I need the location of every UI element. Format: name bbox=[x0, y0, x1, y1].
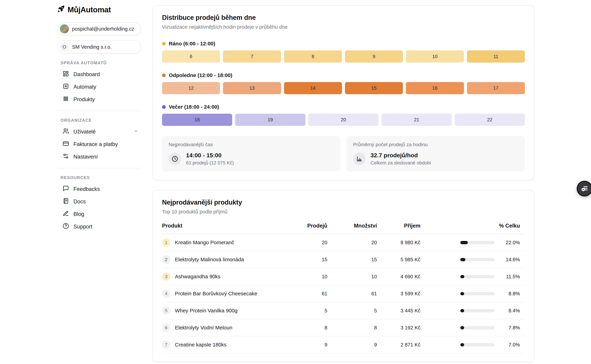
sidebar-divider bbox=[57, 168, 141, 168]
vending-machine-icon bbox=[63, 83, 69, 91]
sales-value: 61 bbox=[275, 291, 327, 297]
sidebar-item-dashboard[interactable]: Dashboard bbox=[57, 68, 141, 81]
sidebar-item-nastaveni[interactable]: Nastavení bbox=[57, 150, 141, 163]
hour-block-13[interactable]: 13 bbox=[223, 82, 281, 94]
hour-group: Odpoledne (12:00 - 18:00)121314151617 bbox=[162, 72, 525, 94]
sidebar-divider bbox=[57, 110, 141, 111]
sidebar-item-label: Docs bbox=[74, 199, 86, 205]
hour-block-7[interactable]: 7 bbox=[223, 50, 281, 63]
product-name: Ashwagandha 90ks bbox=[175, 274, 221, 280]
hour-block-15[interactable]: 15 bbox=[345, 82, 403, 94]
hour-block-6[interactable]: 6 bbox=[162, 50, 220, 63]
share-bar bbox=[460, 343, 495, 346]
help-circle-icon bbox=[63, 223, 69, 230]
quantity-value: 15 bbox=[327, 257, 377, 262]
sidebar-item-fakturace[interactable]: Fakturace a platby bbox=[57, 138, 141, 150]
top-products-title: Nejprodávanější produkty bbox=[162, 199, 525, 206]
top-products-subtitle: Top 10 produktů podle příjmů bbox=[162, 209, 525, 215]
revenue-value: 5 985 Kč bbox=[377, 257, 420, 262]
share-bar bbox=[460, 309, 495, 312]
table-row[interactable]: 2Elektrolyty Malinová limonáda15155 985 … bbox=[162, 251, 525, 268]
hour-block-22[interactable]: 22 bbox=[455, 114, 525, 126]
table-row[interactable]: 1Kreatin Mango Pomeranč20208 980 Kč22.0% bbox=[162, 234, 525, 251]
hour-block-9[interactable]: 9 bbox=[345, 50, 403, 63]
hour-block-8[interactable]: 8 bbox=[284, 50, 342, 63]
hour-block-11[interactable]: 11 bbox=[467, 50, 525, 63]
floating-widget-button[interactable] bbox=[577, 181, 591, 196]
share-bar bbox=[460, 241, 495, 244]
sidebar-item-automaty[interactable]: Automaty bbox=[57, 81, 141, 93]
product-name: Kreatin Mango Pomeranč bbox=[175, 240, 234, 246]
sales-value: 15 bbox=[275, 257, 327, 262]
products-table: Produkt Prodejů Množství Příjem % Celku … bbox=[162, 223, 525, 353]
sidebar-item-label: Feedbacks bbox=[74, 186, 100, 192]
stat-sub: 61 prodejů (12 075 Kč) bbox=[186, 160, 234, 166]
table-row[interactable]: 5Whey Protein Vanilka 900g553 445 Kč8.4% bbox=[162, 302, 525, 319]
hour-blocks-row: 1819202122 bbox=[162, 114, 525, 126]
sidebar-section-organization: ORGANIZACE bbox=[57, 118, 141, 123]
rank-badge: 2 bbox=[162, 255, 170, 264]
share-value: 8.8% bbox=[501, 291, 520, 297]
hour-block-21[interactable]: 21 bbox=[382, 114, 452, 126]
product-name: Whey Protein Vanilka 900g bbox=[175, 308, 238, 314]
sales-value: 8 bbox=[275, 325, 327, 331]
avatar bbox=[60, 24, 69, 33]
sidebar-item-uzivatele[interactable]: Uživatelé bbox=[57, 125, 141, 138]
share-bar bbox=[460, 275, 495, 278]
hour-block-18[interactable]: 18 bbox=[162, 114, 232, 126]
pen-icon bbox=[63, 210, 69, 218]
sidebar-section-resources: RESOURCES bbox=[57, 175, 141, 180]
hour-block-14[interactable]: 14 bbox=[284, 82, 342, 94]
stat-label: Nejprodávanější čas bbox=[169, 142, 334, 147]
top-products-card: Nejprodávanější produkty Top 10 produktů… bbox=[153, 190, 534, 362]
rank-badge: 7 bbox=[162, 341, 170, 349]
table-body: 1Kreatin Mango Pomeranč20208 980 Kč22.0%… bbox=[162, 234, 525, 353]
hour-block-19[interactable]: 19 bbox=[235, 114, 305, 126]
rank-badge: 3 bbox=[162, 272, 170, 281]
chevron-down-icon bbox=[133, 129, 139, 135]
hour-block-10[interactable]: 10 bbox=[406, 50, 464, 63]
quantity-value: 8 bbox=[327, 325, 377, 331]
organization-name: SM Vending s.r.o. bbox=[72, 44, 112, 50]
rank-badge: 6 bbox=[162, 324, 170, 332]
hour-blocks-row: 121314151617 bbox=[162, 82, 525, 94]
settings-icon bbox=[63, 153, 69, 161]
quantity-value: 5 bbox=[327, 308, 377, 314]
hour-block-20[interactable]: 20 bbox=[308, 114, 378, 126]
column-header-mnozstvi: Množství bbox=[327, 223, 377, 229]
revenue-value: 4 690 Kč bbox=[377, 274, 420, 280]
share-bar bbox=[460, 326, 495, 329]
revenue-value: 2 871 Kč bbox=[377, 342, 420, 348]
share-bar bbox=[460, 292, 495, 295]
rocket-icon bbox=[57, 5, 65, 14]
sidebar-item-feedbacks[interactable]: Feedbacks bbox=[57, 183, 141, 195]
sidebar-item-label: Blog bbox=[74, 211, 84, 217]
quantity-value: 61 bbox=[327, 291, 377, 297]
clock-icon bbox=[169, 153, 181, 165]
revenue-value: 3 599 Kč bbox=[377, 291, 420, 297]
table-header: Produkt Prodejů Množství Příjem % Celku bbox=[162, 223, 525, 234]
hour-group: Ráno (6:00 - 12:00)67891011 bbox=[162, 41, 525, 63]
hour-group: Večer (18:00 - 24:00)1819202122 bbox=[162, 104, 525, 126]
sidebar-item-label: Nastavení bbox=[74, 154, 98, 160]
table-row[interactable]: 7Creatine kapsle 180ks992 871 Kč7.0% bbox=[162, 336, 525, 353]
sidebar-item-label: Uživatelé bbox=[74, 129, 96, 135]
sidebar-item-produkty[interactable]: Produkty bbox=[57, 93, 141, 106]
sidebar-item-docs[interactable]: Docs bbox=[57, 195, 141, 208]
column-header-prijem: Příjem bbox=[377, 223, 420, 229]
organization-switcher[interactable]: O SM Vending s.r.o. bbox=[57, 40, 141, 53]
table-row[interactable]: 6Elektrolyty Vodní Meloun883 192 Kč7.8% bbox=[162, 319, 525, 336]
hour-block-17[interactable]: 17 bbox=[467, 82, 525, 94]
hour-block-16[interactable]: 16 bbox=[406, 82, 464, 94]
sidebar-item-blog[interactable]: Blog bbox=[57, 208, 141, 221]
hour-block-12[interactable]: 12 bbox=[162, 82, 220, 94]
table-row[interactable]: 3Ashwagandha 90ks10104 690 Kč11.5% bbox=[162, 268, 525, 285]
account-switcher[interactable]: pospichal@underholding.cz bbox=[57, 22, 141, 35]
stat-label: Průměrný počet prodejů za hodinu bbox=[353, 142, 518, 147]
dashboard-icon bbox=[63, 71, 69, 78]
share-value: 22.0% bbox=[501, 240, 520, 246]
sidebar-item-support[interactable]: Support bbox=[57, 221, 141, 233]
app-logo[interactable]: MůjAutomat bbox=[57, 5, 141, 14]
app-root: MůjAutomat pospichal@underholding.cz O S… bbox=[0, 0, 591, 362]
table-row[interactable]: 4Protein Bar Borůvkový Cheesecake61613 5… bbox=[162, 285, 525, 302]
